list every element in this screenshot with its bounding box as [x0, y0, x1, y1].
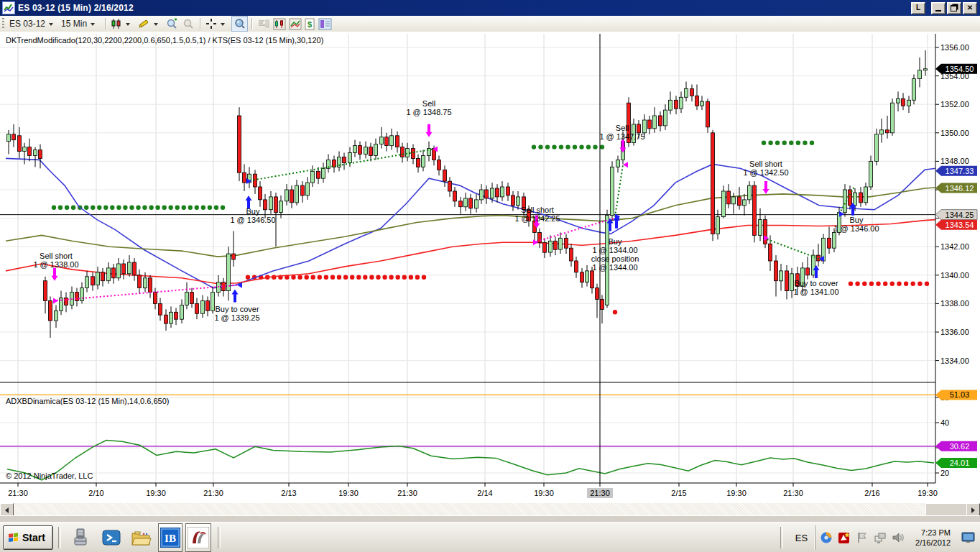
window-title: ES 03-12 (15 Min) 2/16/2012	[18, 3, 134, 13]
svg-text:21:30: 21:30	[203, 489, 223, 497]
svg-text:30.62: 30.62	[950, 442, 970, 451]
link-window-button[interactable]: L	[911, 2, 925, 14]
acrobat-icon[interactable]	[838, 531, 851, 544]
svg-text:40: 40	[940, 418, 949, 427]
chevron-down-icon	[49, 23, 53, 26]
volume-icon[interactable]	[892, 531, 906, 544]
toolbar-grip[interactable]	[2, 18, 4, 29]
svg-text:1348.00: 1348.00	[940, 157, 969, 165]
quick-launch-system-icon[interactable]	[70, 527, 92, 548]
taskbar-button-interactive-brokers[interactable]: IB	[158, 523, 182, 552]
line-chart-icon	[289, 18, 302, 30]
svg-text:IB: IB	[165, 533, 176, 544]
svg-text:21:30: 21:30	[8, 489, 28, 497]
svg-text:Sell short: Sell short	[40, 252, 73, 260]
scroll-left-icon	[5, 507, 9, 513]
snapshot-button[interactable]	[231, 16, 248, 32]
drawing-tools-button[interactable]	[137, 17, 165, 31]
buy-arrow-icon	[232, 290, 239, 303]
candlestick-icon	[111, 18, 122, 29]
svg-text:19:30: 19:30	[338, 489, 359, 497]
svg-text:19:30: 19:30	[534, 489, 554, 497]
language-indicator[interactable]: ES	[788, 533, 815, 543]
price-chart[interactable]: Sell short1 @ 1338.00Buy1 @ 1346.50Buy t…	[0, 32, 980, 503]
account-performance-button[interactable]: $	[303, 17, 317, 31]
scroll-right-icon	[971, 507, 975, 513]
order-arrows	[52, 124, 856, 303]
chart-window-button[interactable]	[272, 17, 287, 31]
zoom-out-icon	[182, 18, 195, 29]
chevron-down-icon	[154, 23, 158, 26]
svg-text:1346.12: 1346.12	[946, 184, 974, 193]
svg-text:19:30: 19:30	[146, 489, 166, 497]
svg-text:2/15: 2/15	[671, 489, 686, 497]
chart-style-button[interactable]	[109, 17, 137, 31]
minimize-button[interactable]	[931, 2, 946, 14]
zoom-in-icon	[166, 18, 179, 29]
main-indicator-label: DKTrendModificado(120,30,2200,2200,0.6,6…	[6, 36, 323, 45]
depth-bars-icon	[257, 18, 270, 29]
windows-update-icon[interactable]	[820, 531, 833, 544]
svg-text:1340.00: 1340.00	[940, 271, 969, 280]
svg-text:$: $	[308, 19, 312, 28]
show-desktop-icon[interactable]	[961, 531, 976, 544]
ninjatrader-icon	[188, 527, 209, 548]
svg-text:1350.00: 1350.00	[940, 129, 969, 137]
svg-text:1354.50: 1354.50	[946, 65, 974, 73]
dollar-document-icon: $	[305, 18, 315, 30]
svg-text:1344.25: 1344.25	[946, 211, 974, 219]
svg-text:Buy to cover: Buy to cover	[215, 305, 259, 313]
network-icon[interactable]	[874, 531, 887, 544]
overlay-lines	[6, 158, 935, 288]
svg-text:24.01: 24.01	[950, 459, 970, 467]
instrument-selector[interactable]: ES 03-12	[8, 17, 60, 31]
time-axis: 21:302/1019:3021:302/1319:3021:302/1419:…	[8, 483, 938, 498]
svg-text:close position: close position	[591, 254, 639, 263]
svg-text:1 @ 1346.00: 1 @ 1346.00	[833, 224, 879, 233]
zoom-out-button[interactable]	[180, 17, 196, 31]
trade-trails	[53, 147, 854, 304]
panel-borders	[0, 34, 935, 483]
data-grid-button[interactable]	[317, 17, 333, 31]
taskbar-divider	[218, 527, 221, 548]
sell-arrow-icon	[620, 140, 627, 153]
chevron-down-icon	[126, 23, 130, 26]
taskbar-clock[interactable]: 7:23 PM 2/16/2012	[911, 528, 956, 548]
zoom-in-button[interactable]	[165, 17, 180, 31]
svg-text:Sell: Sell	[616, 124, 629, 132]
flag-icon[interactable]	[856, 531, 869, 544]
adx-indicator	[0, 395, 935, 479]
svg-text:Sell short: Sell short	[749, 160, 782, 168]
interval-selector[interactable]: 15 Min	[60, 17, 101, 31]
svg-text:1343.54: 1343.54	[946, 221, 974, 229]
taskbar-tray-area: ES 7:23 PM 2/16/2012	[775, 523, 980, 552]
chart-horizontal-scrollbar[interactable]	[0, 503, 980, 515]
svg-text:1356.00: 1356.00	[940, 43, 969, 52]
svg-text:Buy: Buy	[609, 237, 622, 246]
quick-launch-powershell-icon[interactable]	[101, 527, 122, 548]
start-label: Start	[22, 532, 45, 543]
taskbar-button-ninjatrader[interactable]	[185, 523, 211, 552]
market-depth-button[interactable]	[256, 17, 272, 31]
svg-text:1 @ 1346.50: 1 @ 1346.50	[230, 216, 275, 224]
start-button[interactable]: Start	[3, 525, 53, 550]
cursor-mode-button[interactable]	[204, 17, 231, 31]
window-titlebar[interactable]: ES 03-12 (15 Min) 2/16/2012 L ✕	[0, 0, 980, 16]
svg-text:Sell: Sell	[422, 99, 435, 108]
grid-panel-icon	[318, 18, 332, 30]
restore-icon	[951, 5, 957, 12]
price-axis: 1356.001354.001352.001350.001348.001346.…	[935, 43, 969, 477]
adx-indicator-label: ADXBDinamica(ES 03-12 (15 Min),14,0.6,65…	[6, 397, 169, 405]
close-button[interactable]: ✕	[963, 2, 977, 14]
svg-text:1 @ 1344.00: 1 @ 1344.00	[592, 246, 637, 254]
restore-button[interactable]	[947, 2, 961, 14]
sell-arrow-icon	[763, 181, 769, 194]
toolbar-separator	[251, 18, 252, 29]
svg-text:Sell short: Sell short	[521, 206, 554, 214]
chart-lines-button[interactable]	[287, 17, 303, 31]
instrument-label: ES 03-12	[9, 19, 45, 29]
quick-launch-folder-icon[interactable]	[131, 527, 152, 548]
svg-text:19:30: 19:30	[726, 489, 746, 497]
svg-text:Buy: Buy	[246, 207, 260, 216]
svg-text:51.03: 51.03	[950, 390, 970, 399]
